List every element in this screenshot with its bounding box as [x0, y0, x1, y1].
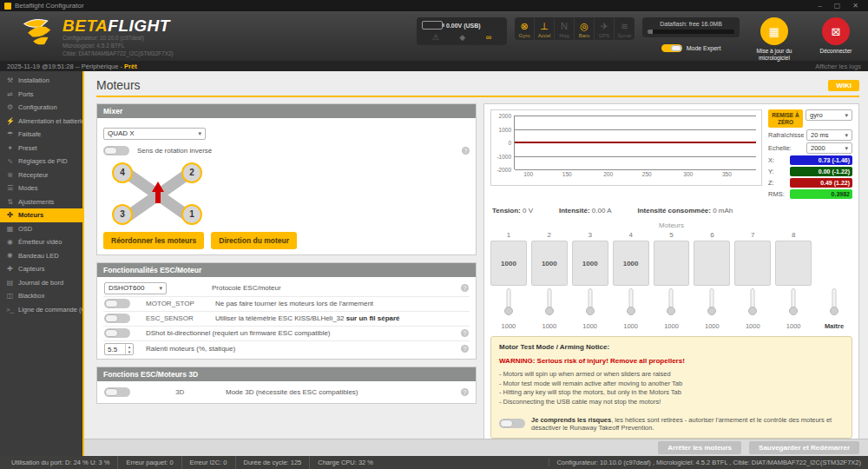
betaflight-logo: BETAFLIGHT Configurateur: 10.10.0 (c97de… [23, 16, 174, 61]
motor-direction-button[interactable]: Direction du moteur [211, 232, 297, 249]
sidebar-item-blackbox[interactable]: ◫Blackbox [0, 289, 82, 303]
sidebar-item-video-transmitter[interactable]: ◉Émetteur vidéo [0, 235, 82, 249]
motor-slider-6[interactable] [694, 287, 730, 320]
x-axis-label: X: [768, 156, 787, 164]
notice-title: Motor Test Mode / Arming Notice: [499, 343, 844, 351]
help-icon[interactable]: ? [461, 345, 469, 353]
wiki-button[interactable]: WIKI [828, 80, 859, 91]
mixer-type-select[interactable]: QUAD X▾ [103, 128, 206, 140]
gps-icon: ✈ [595, 21, 614, 31]
sensor-gyro[interactable]: ⊗ Gyro [515, 17, 535, 40]
modes-icon: ☰ [6, 184, 14, 192]
chevron-down-icon: ▾ [845, 112, 848, 119]
3d-mode-toggle[interactable] [104, 387, 130, 397]
sidebar-item-failsafe[interactable]: ☂Failsafe [0, 128, 82, 142]
minimize-icon[interactable]: – [818, 0, 821, 11]
motor-idle-input[interactable]: 5.5 ▴▾ [104, 343, 134, 355]
sidebar-item-receiver[interactable]: ≋Récepteur [0, 168, 82, 182]
battery-icon [422, 21, 443, 30]
master-label: Maître [816, 322, 852, 330]
sidebar-item-motors[interactable]: ✣Moteurs [0, 208, 82, 222]
disconnect[interactable]: ⊠ Déconnecter [809, 17, 863, 55]
master-slider[interactable] [816, 287, 852, 320]
sidebar-item-osd[interactable]: ▦OSD [0, 222, 82, 236]
scale-select[interactable]: 2000▾ [806, 142, 852, 154]
show-logs-link[interactable]: Afficher les logs [815, 63, 861, 70]
sensor-mag[interactable]: N Mag [555, 17, 575, 40]
sensor-baro[interactable]: ◎ Baro [575, 17, 595, 40]
motor-slider-8[interactable] [775, 287, 812, 320]
chevron-down-icon: ▾ [198, 130, 201, 137]
stop-motors-button[interactable]: Arrêter les moteurs [658, 441, 741, 454]
sidebar-item-power-battery[interactable]: ⚡Alimentation et batterie [0, 115, 82, 129]
motor-stop-toggle[interactable] [104, 299, 130, 308]
motor-testing-panel: 2000 1000 0 -1000 -2000 100 150 [483, 103, 859, 445]
sensor-gps[interactable]: ✈ GPS [595, 17, 615, 40]
gyro-trace-zero-line [515, 142, 756, 143]
graph-source-select[interactable]: gyro▾ [806, 109, 852, 121]
y-tick: -2000 [494, 167, 511, 173]
sidebar-item-adjustments[interactable]: ⇅Ajustements [0, 195, 82, 209]
expert-mode-toggle[interactable] [661, 44, 682, 52]
sonar-icon: ≋ [615, 21, 635, 31]
gyro-icon: ⊗ [515, 21, 534, 31]
sensor-sonar[interactable]: ≋ Sonar [615, 17, 635, 40]
motor-slider-2[interactable] [531, 287, 568, 320]
battery-indicator: 0.00V (USB) ⚠ ◆ ∞ [417, 17, 507, 45]
sidebar-item-modes[interactable]: ☰Modes [0, 182, 82, 195]
help-icon[interactable]: ? [461, 329, 469, 337]
chip-icon: ▦ [769, 25, 779, 38]
step-down-icon[interactable]: ▾ [126, 349, 133, 354]
sensor-accel[interactable]: ⊥ Accel [535, 17, 555, 40]
reverse-motor-label: Sens de rotation inversé [137, 147, 212, 155]
save-reboot-button[interactable]: Sauvegarder et Redémarrer [749, 441, 859, 454]
firmware-flasher-button[interactable]: ▦ [760, 17, 788, 45]
firmware-flasher[interactable]: ▦ Mise à jour du micrologiciel [747, 17, 801, 61]
motor-4-marker: 4 [112, 162, 133, 183]
sidebar-item-preset[interactable]: ✦Preset [0, 142, 82, 155]
blackbox-icon: ◫ [6, 292, 14, 300]
motor-slider-4[interactable] [613, 287, 649, 320]
bidirectional-dshot-toggle[interactable] [104, 328, 130, 338]
bidirectional-dshot-desc: DShot bi-directionnel (requiert un firmw… [146, 329, 456, 337]
reorder-motors-button[interactable]: Réordonner les moteurs [103, 232, 204, 249]
sidebar-item-led-strip[interactable]: ✺Bandeau LED [0, 249, 82, 263]
maximize-icon[interactable]: ▢ [834, 0, 841, 11]
reverse-motor-toggle[interactable] [103, 146, 129, 155]
chevron-down-icon: ▾ [159, 285, 162, 292]
arming-notice: Motor Test Mode / Arming Notice: WARNING… [490, 336, 852, 439]
sidebar-item-pid-tuning[interactable]: ∿Réglages de PID [0, 155, 82, 168]
motor-slider-1[interactable] [490, 287, 527, 320]
esc-sensor-toggle[interactable] [104, 314, 130, 323]
help-icon[interactable]: ? [461, 284, 469, 292]
sidebar-item-configuration[interactable]: ⚙Configuration [0, 101, 82, 115]
statusbar-version-info: Configurateur: 10.10.0 (c97deaf) , Micro… [549, 459, 868, 466]
power-readout: Tension: 0 V Intensité: 0.00 A Intensité… [490, 201, 852, 220]
sidebar-item-installation[interactable]: ⚒Installation [0, 74, 82, 88]
motor-number: 5 [654, 231, 690, 239]
osd-icon: ▦ [6, 225, 14, 233]
link-icon: ∞ [486, 33, 491, 42]
warning-icon: ⚠ [432, 33, 439, 42]
reset-zero-button[interactable]: REMISE À ZÉRO [768, 109, 803, 128]
sidebar-item-cli[interactable]: >_Ligne de commande (CLI) [0, 303, 82, 317]
refresh-select[interactable]: 20 ms▾ [806, 129, 852, 141]
wrench-icon: ⚒ [6, 76, 14, 84]
motor-slider-7[interactable] [734, 287, 771, 320]
3d-mode-desc: Mode 3D (nécessite des ESC compatibles) [226, 388, 456, 396]
gyro-y-value: 0.00 (-1.22) [790, 167, 852, 176]
close-icon[interactable]: ✕ [852, 0, 858, 11]
sidebar-nav: ⚒Installation ⇌Ports ⚙Configuration ⚡Ali… [0, 71, 84, 456]
motor-slider-5[interactable] [654, 287, 690, 320]
dataflash-indicator: Dataflash: free 16.0MB [642, 17, 740, 37]
disconnect-button[interactable]: ⊠ [822, 17, 850, 45]
sidebar-item-ports[interactable]: ⇌Ports [0, 88, 82, 102]
sidebar-item-sensors[interactable]: ✚Capteurs [0, 262, 82, 276]
motor-slider-3[interactable] [572, 287, 608, 320]
understand-risks-toggle[interactable] [499, 419, 525, 428]
esc-protocol-select[interactable]: DSHOT600▾ [104, 282, 167, 294]
current-value: 0.00 A [592, 207, 612, 215]
help-icon[interactable]: ? [461, 388, 469, 396]
sidebar-item-logbook[interactable]: ▤Journal de bord [0, 276, 82, 290]
help-icon[interactable]: ? [462, 147, 470, 155]
